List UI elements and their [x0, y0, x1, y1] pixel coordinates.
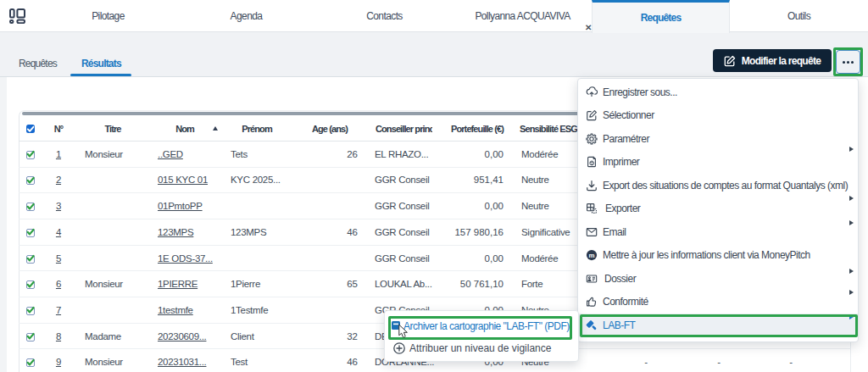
svg-text:m: m [589, 252, 595, 259]
